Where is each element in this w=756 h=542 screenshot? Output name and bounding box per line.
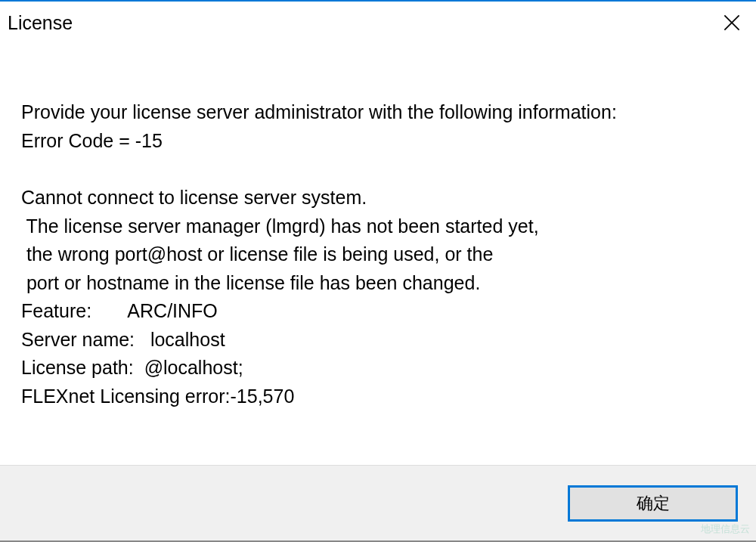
window-title: License — [8, 12, 73, 34]
server-line: Server name: localhost — [21, 326, 735, 355]
flexnet-error-line: FLEXnet Licensing error:-15,570 — [21, 382, 735, 411]
message-line-3: the wrong port@host or license file is b… — [21, 240, 735, 269]
message-line-4: port or hostname in the license file has… — [21, 269, 735, 298]
dialog-window: License Provide your license server admi… — [0, 0, 756, 542]
feature-line: Feature: ARC/INFO — [21, 297, 735, 326]
dialog-content: Provide your license server administrato… — [0, 44, 756, 465]
ok-button[interactable]: 确定 — [568, 485, 738, 522]
close-icon — [723, 14, 740, 31]
error-code-value: -15 — [135, 130, 163, 151]
titlebar: License — [0, 2, 756, 44]
server-label: Server name: — [21, 329, 150, 350]
license-path-value: @localhost; — [144, 357, 243, 378]
license-path-line: License path: @localhost; — [21, 354, 735, 382]
flexnet-error-value: -15,570 — [231, 386, 295, 407]
watermark-text: 地理信息云 — [701, 522, 750, 536]
blank-line — [21, 155, 735, 184]
feature-label: Feature: — [21, 300, 127, 321]
close-button[interactable] — [709, 4, 754, 42]
error-code-label: Error Code = — [21, 130, 135, 151]
error-code-line: Error Code = -15 — [21, 127, 735, 156]
dialog-footer: 确定 地理信息云 — [0, 465, 756, 540]
message-line-1: Cannot connect to license server system. — [21, 184, 735, 212]
server-value: localhost — [150, 329, 225, 350]
flexnet-error-label: FLEXnet Licensing error: — [21, 386, 231, 407]
message-line-2: The license server manager (lmgrd) has n… — [21, 212, 735, 241]
license-path-label: License path: — [21, 357, 144, 378]
intro-text: Provide your license server administrato… — [21, 98, 735, 127]
feature-value: ARC/INFO — [127, 300, 217, 321]
